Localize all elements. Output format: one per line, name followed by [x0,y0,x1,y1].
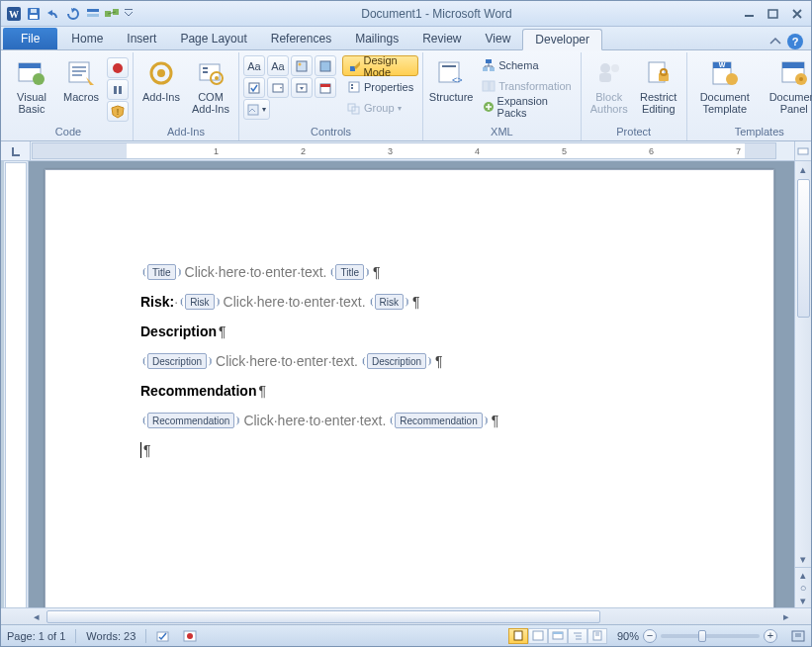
expansion-packs-button[interactable]: Expansion Packs [477,97,577,117]
scroll-up-icon[interactable]: ▴ [795,161,811,177]
cc-tag-title-end[interactable]: Title [335,264,364,280]
tab-view[interactable]: View [474,28,523,49]
zoom-fit-icon[interactable] [791,630,805,642]
cc-placeholder[interactable]: Click·here·to·enter·text. [214,353,360,369]
word-app-icon[interactable]: W [5,5,23,23]
browse-prev-icon[interactable]: ▴ [795,568,811,582]
hscroll-thumb[interactable] [46,610,600,623]
tab-mailings[interactable]: Mailings [343,28,410,49]
zoom-level[interactable]: 90% [617,630,639,642]
qat-icon[interactable] [84,5,102,23]
qat-customize-icon[interactable] [124,5,134,23]
ruler-toggle-icon[interactable] [794,141,811,160]
cc-tag-description-start[interactable]: Description [147,353,207,369]
file-tab[interactable]: File [3,28,57,49]
scroll-down-icon[interactable]: ▾ [795,551,811,567]
tab-page-layout[interactable]: Page Layout [168,28,258,49]
schema-button[interactable]: Schema [477,55,577,75]
draft-view-button[interactable] [587,628,607,644]
svg-point-71 [187,633,193,639]
horizontal-ruler[interactable]: 1234567 [32,142,776,159]
document-template-button[interactable]: W Document Template [691,55,759,117]
browse-object-icon[interactable]: ○ [795,582,811,594]
zoom-slider-knob[interactable] [698,630,706,642]
print-layout-view-button[interactable] [508,628,528,644]
vertical-ruler[interactable] [4,161,29,607]
horizontal-scrollbar[interactable]: ◂ ▸ [1,607,811,624]
scroll-thumb[interactable] [797,179,810,318]
tab-references[interactable]: References [259,28,343,49]
legacy-tools-button[interactable]: ▾ [243,99,270,120]
svg-point-56 [611,64,619,72]
minimize-button[interactable] [740,7,760,21]
pause-recording-button[interactable] [107,79,129,100]
dropdown-control-button[interactable] [291,77,313,98]
zoom-out-button[interactable]: − [643,629,657,643]
rich-text-control-button[interactable]: Aa [243,55,265,76]
date-picker-control-button[interactable] [315,77,336,98]
visual-basic-button[interactable]: Visual Basic [8,55,55,117]
close-button[interactable] [787,7,807,21]
macro-record-status-icon[interactable] [182,629,198,643]
word-count[interactable]: Words: 23 [86,630,135,642]
cc-handle-icon: ⦗ [140,267,147,277]
svg-point-67 [799,77,803,81]
macros-button[interactable]: Macros [57,55,105,105]
full-screen-view-button[interactable] [528,628,548,644]
plain-text-control-button[interactable]: Aa [267,55,289,76]
help-icon[interactable]: ? [787,34,803,49]
checkbox-control-button[interactable] [243,77,265,98]
tab-insert[interactable]: Insert [115,28,168,49]
document-panel-button[interactable]: Document Panel [761,55,812,117]
cc-tag-recommendation-start[interactable]: Recommendation [147,413,234,428]
picture-control-button[interactable] [291,55,313,76]
transformation-button[interactable]: Transformation [477,76,577,96]
record-macro-button[interactable] [107,57,129,78]
com-addins-button[interactable]: COM Add-Ins [187,55,234,117]
design-mode-button[interactable]: Design Mode [342,55,418,76]
group-button[interactable]: Group ▾ [342,98,418,118]
svg-rect-55 [599,73,611,82]
outline-view-button[interactable] [568,628,587,644]
restrict-editing-button[interactable]: Restrict Editing [635,55,682,117]
cc-tag-description-end[interactable]: Description [367,353,426,369]
tab-selector[interactable] [1,141,31,160]
cc-tag-risk-start[interactable]: Risk [185,294,214,310]
web-layout-view-button[interactable] [548,628,568,644]
redo-icon[interactable] [64,5,82,23]
tab-review[interactable]: Review [410,28,473,49]
cc-tag-recommendation-end[interactable]: Recommendation [395,413,482,428]
maximize-button[interactable] [764,7,783,21]
undo-icon[interactable] [45,5,62,23]
vertical-scrollbar[interactable]: ▴ ▾ ▴ ○ ▾ [794,161,811,607]
svg-rect-33 [249,83,259,93]
cc-tag-risk-end[interactable]: Risk [375,294,404,310]
zoom-slider[interactable] [661,634,760,638]
browse-next-icon[interactable]: ▾ [795,594,811,607]
cc-tag-title-start[interactable]: Title [147,264,176,280]
pilcrow-icon: ¶ [217,324,226,339]
tab-home[interactable]: Home [59,28,115,49]
scroll-right-icon[interactable]: ▸ [778,610,794,623]
combobox-control-button[interactable] [267,77,289,98]
document-page[interactable]: ⦗Title⦘ Click·here·to·enter·text. ⦗Title… [45,169,774,607]
block-authors-button[interactable]: Block Authors [586,55,633,117]
structure-button[interactable]: <> Structure [427,55,475,105]
zoom-in-button[interactable]: + [764,629,777,643]
qat-icon-2[interactable] [104,5,122,23]
cc-placeholder[interactable]: Click·here·to·enter·text. [222,294,368,310]
properties-button[interactable]: Properties [342,77,418,97]
tab-developer[interactable]: Developer [522,29,602,50]
cc-placeholder[interactable]: Click·here·to·enter·text. [241,413,388,428]
word-window: W Document1 - Microsoft Word [0,0,812,647]
cc-placeholder[interactable]: Click·here·to·enter·text. [183,264,329,280]
addins-button[interactable]: Add-Ins [137,55,185,105]
group-code: Visual Basic Macros ! Code [4,52,134,140]
building-block-control-button[interactable] [315,55,336,76]
macro-security-button[interactable]: ! [107,101,129,122]
save-icon[interactable] [25,5,43,23]
page-indicator[interactable]: Page: 1 of 1 [7,630,65,642]
ribbon-minimize-icon[interactable] [769,37,781,46]
scroll-left-icon[interactable]: ◂ [29,610,45,623]
proofing-icon[interactable] [156,629,172,643]
